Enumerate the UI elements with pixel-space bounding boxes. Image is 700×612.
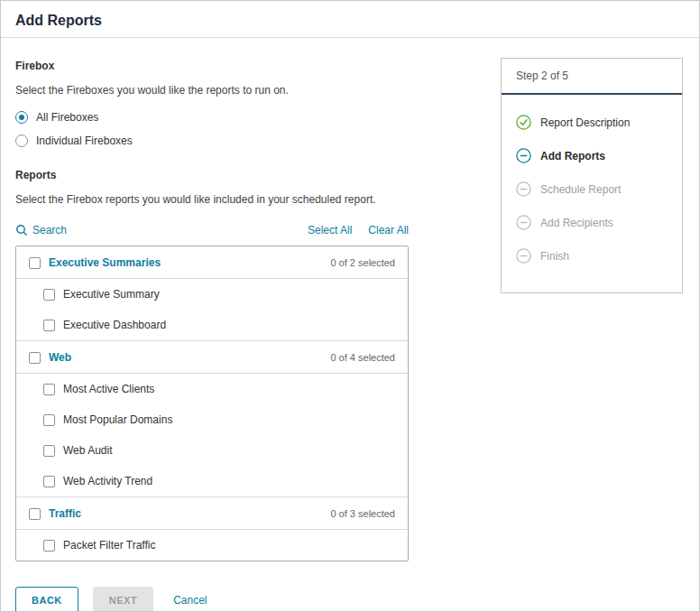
add-reports-page: Add Reports Firebox Select the Fireboxes…: [0, 0, 700, 612]
group-name[interactable]: Web: [49, 351, 71, 364]
search-toggle[interactable]: Search: [15, 224, 67, 236]
step-label: Add Reports: [540, 150, 605, 162]
report-item[interactable]: Executive Dashboard: [16, 310, 408, 340]
step-label: Schedule Report: [540, 183, 621, 196]
step-schedule-report: Schedule Report: [516, 181, 668, 197]
check-circle-icon: [516, 115, 531, 130]
checkbox-icon[interactable]: [43, 320, 55, 331]
dash-circle-pending-icon: [516, 215, 531, 230]
page-header: Add Reports: [1, 1, 699, 38]
radio-all-fireboxes[interactable]: All Fireboxes: [15, 111, 409, 124]
report-item[interactable]: Web Activity Trend: [16, 466, 408, 496]
group-count: 0 of 3 selected: [330, 508, 395, 519]
report-item[interactable]: Web Audit: [16, 435, 408, 466]
report-list-panel: Executive Summaries 0 of 2 selected Exec…: [15, 246, 409, 561]
checkbox-icon[interactable]: [43, 289, 55, 301]
report-item-label: Web Activity Trend: [63, 475, 152, 487]
search-icon: [15, 224, 28, 236]
reports-description: Select the Firebox reports you would lik…: [15, 193, 409, 206]
report-group-executive-summaries: Executive Summaries 0 of 2 selected Exec…: [16, 246, 408, 340]
search-label: Search: [32, 224, 67, 236]
checkbox-icon[interactable]: [29, 257, 41, 269]
dash-circle-current-icon: [516, 148, 531, 163]
dash-circle-pending-icon: [516, 248, 531, 264]
group-count: 0 of 2 selected: [330, 257, 395, 268]
step-label: Add Recipients: [540, 217, 613, 229]
radio-unselected-icon[interactable]: [15, 134, 28, 147]
checkbox-icon[interactable]: [29, 508, 41, 520]
report-item-label: Packet Filter Traffic: [63, 539, 155, 552]
checkbox-icon[interactable]: [43, 384, 55, 395]
radio-all-fireboxes-label: All Fireboxes: [36, 111, 98, 124]
radio-individual-fireboxes-label: Individual Fireboxes: [36, 134, 133, 147]
report-item-label: Most Popular Domains: [63, 413, 172, 426]
report-item[interactable]: Most Popular Domains: [16, 404, 408, 435]
group-header[interactable]: Traffic 0 of 3 selected: [16, 497, 408, 530]
report-item[interactable]: Executive Summary: [16, 279, 408, 310]
step-add-reports: Add Reports: [516, 148, 668, 163]
group-count: 0 of 4 selected: [330, 352, 395, 363]
checkbox-icon[interactable]: [43, 540, 55, 552]
checkbox-icon[interactable]: [29, 352, 41, 364]
clear-all-link[interactable]: Clear All: [368, 224, 409, 236]
wizard-steps: Report Description Add Reports: [502, 95, 682, 292]
firebox-radio-group: All Fireboxes Individual Fireboxes: [15, 111, 409, 147]
report-item[interactable]: Packet Filter Traffic: [16, 530, 408, 561]
report-item-label: Web Audit: [63, 444, 112, 457]
checkbox-icon[interactable]: [43, 445, 55, 457]
report-group-traffic: Traffic 0 of 3 selected Packet Filter Tr…: [16, 496, 408, 561]
report-item-label: Executive Summary: [63, 288, 160, 301]
step-label: Finish: [540, 250, 569, 263]
wizard-column: Step 2 of 5 Report Description: [501, 58, 683, 293]
report-group-web: Web 0 of 4 selected Most Active Clients …: [16, 340, 408, 496]
report-item[interactable]: Most Active Clients: [16, 374, 408, 404]
step-finish: Finish: [516, 248, 668, 264]
step-label: Report Description: [540, 116, 630, 129]
dash-circle-pending-icon: [516, 181, 531, 197]
cancel-link[interactable]: Cancel: [173, 594, 207, 607]
reports-heading: Reports: [15, 169, 409, 181]
wizard-step-indicator: Step 2 of 5: [502, 59, 682, 95]
checkbox-icon[interactable]: [43, 476, 55, 487]
content: Firebox Select the Fireboxes you would l…: [1, 38, 699, 612]
radio-individual-fireboxes[interactable]: Individual Fireboxes: [15, 134, 409, 147]
step-add-recipients: Add Recipients: [516, 215, 668, 230]
firebox-description: Select the Fireboxes you would like the …: [15, 84, 409, 97]
form-column: Firebox Select the Fireboxes you would l…: [15, 38, 409, 612]
group-header[interactable]: Web 0 of 4 selected: [16, 341, 408, 374]
select-all-link[interactable]: Select All: [308, 224, 352, 236]
next-button[interactable]: NEXT: [93, 587, 153, 612]
group-name[interactable]: Traffic: [49, 507, 81, 520]
group-header[interactable]: Executive Summaries 0 of 2 selected: [16, 246, 408, 279]
wizard-panel: Step 2 of 5 Report Description: [501, 58, 683, 293]
report-item-label: Most Active Clients: [63, 383, 154, 395]
footer-actions: BACK NEXT Cancel: [15, 587, 409, 612]
firebox-heading: Firebox: [15, 60, 409, 72]
group-name[interactable]: Executive Summaries: [49, 256, 161, 269]
search-row: Search Select All Clear All: [15, 224, 409, 236]
report-item-label: Executive Dashboard: [63, 319, 166, 331]
page-title: Add Reports: [15, 13, 685, 29]
radio-selected-icon[interactable]: [15, 111, 28, 124]
back-button[interactable]: BACK: [15, 587, 78, 612]
step-report-description: Report Description: [516, 115, 668, 130]
checkbox-icon[interactable]: [43, 414, 55, 426]
